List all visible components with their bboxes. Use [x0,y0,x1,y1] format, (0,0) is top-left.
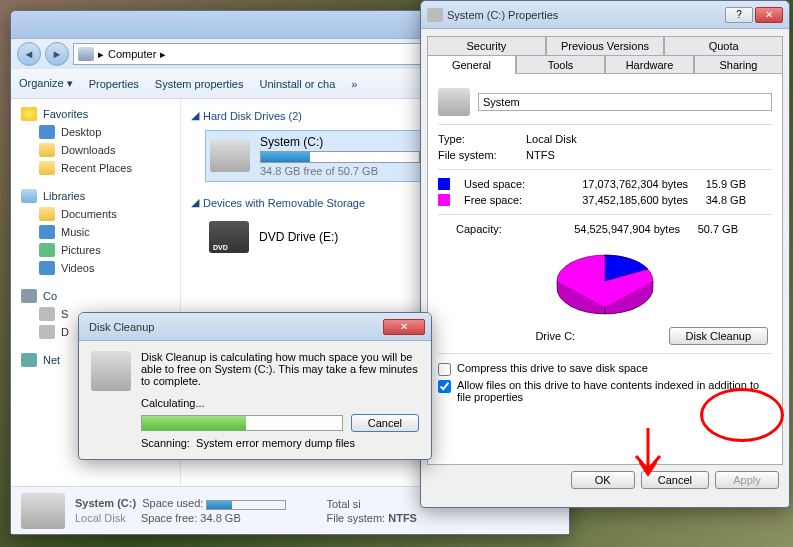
free-gb: 34.8 GB [696,194,746,206]
tab-security[interactable]: Security [427,36,546,55]
status-used-label: Space used: [142,497,203,509]
properties-titlebar[interactable]: System (C:) Properties ? ✕ [421,1,789,29]
desktop-icon [39,125,55,139]
sidebar-libraries-header[interactable]: Libraries [11,187,180,205]
close-button[interactable]: ✕ [383,319,425,335]
drive-icon [210,140,250,172]
fs-value: NTFS [526,149,555,161]
capacity-gb: 50.7 GB [688,223,738,235]
sidebar-item-videos[interactable]: Videos [11,259,180,277]
computer-icon [78,47,94,61]
properties-title: System (C:) Properties [443,9,725,21]
disk-cleanup-dialog: Disk Cleanup ✕ Disk Cleanup is calculati… [78,312,432,460]
compress-label: Compress this drive to save disk space [457,362,648,374]
tab-strip: Security Previous Versions Quota General… [421,29,789,73]
drive-name: System (C:) [260,135,420,149]
properties-button[interactable]: Properties [89,78,139,90]
status-free-value: 34.8 GB [200,512,240,524]
sidebar-item-music[interactable]: Music [11,223,180,241]
compress-checkbox[interactable] [438,363,451,376]
scanning-label: Scanning: [141,437,190,449]
cancel-button[interactable]: Cancel [351,414,419,432]
free-bytes: 37,452,185,600 bytes [548,194,688,206]
tab-hardware[interactable]: Hardware [605,55,694,74]
drive-name: DVD Drive (E:) [259,230,338,244]
capacity-label: Capacity: [438,223,532,235]
cleanup-titlebar[interactable]: Disk Cleanup ✕ [79,313,431,341]
picture-icon [39,243,55,257]
drive-icon [427,8,443,22]
tab-previous-versions[interactable]: Previous Versions [546,36,665,55]
drive-icon [39,307,55,321]
ok-button[interactable]: OK [571,471,635,489]
sidebar-item-recent[interactable]: Recent Places [11,159,180,177]
status-fs-label: File system: [326,512,385,524]
used-color-swatch [438,178,450,190]
drive-free-text: 34.8 GB free of 50.7 GB [260,165,420,177]
back-button[interactable]: ◄ [17,42,41,66]
status-fs-value: NTFS [388,512,417,524]
sidebar-item-desktop[interactable]: Desktop [11,123,180,141]
sidebar-item-pictures[interactable]: Pictures [11,241,180,259]
tab-content-general: Type:Local Disk File system:NTFS Used sp… [427,73,783,465]
uninstall-button[interactable]: Uninstall or cha [260,78,336,90]
capacity-bytes: 54,525,947,904 bytes [540,223,680,235]
organize-menu[interactable]: Organize ▾ [19,77,73,90]
progress-bar [141,415,343,431]
collapse-icon: ◢ [191,109,199,122]
network-icon [21,353,37,367]
apply-button[interactable]: Apply [715,471,779,489]
fs-label: File system: [438,149,518,161]
computer-icon [21,289,37,303]
cleanup-title: Disk Cleanup [85,321,383,333]
tab-tools[interactable]: Tools [516,55,605,74]
drive-usage-bar [260,151,420,163]
cleanup-message: Disk Cleanup is calculating how much spa… [141,351,419,387]
toolbar-overflow[interactable]: » [351,78,357,90]
cancel-button[interactable]: Cancel [641,471,709,489]
volume-name-input[interactable] [478,93,772,111]
sidebar-computer-header[interactable]: Co [11,287,180,305]
star-icon [21,107,37,121]
properties-dialog: System (C:) Properties ? ✕ Security Prev… [420,0,790,508]
help-button[interactable]: ? [725,7,753,23]
used-gb: 15.9 GB [696,178,746,190]
status-total-label: Total si [326,498,416,510]
sidebar-item-documents[interactable]: Documents [11,205,180,223]
status-drive-name: System (C:) [75,497,136,509]
scanning-value: System error memory dump files [196,437,355,449]
forward-button[interactable]: ► [45,42,69,66]
collapse-icon: ◢ [191,196,199,209]
breadcrumb-arrow: ▸ [98,48,104,61]
index-label: Allow files on this drive to have conten… [457,379,772,403]
tab-sharing[interactable]: Sharing [694,55,783,74]
index-checkbox[interactable] [438,380,451,393]
video-icon [39,261,55,275]
status-free-label: Space free: [141,512,197,524]
drive-icon [21,493,65,529]
disk-cleanup-button[interactable]: Disk Cleanup [669,327,768,345]
music-icon [39,225,55,239]
tab-quota[interactable]: Quota [664,36,783,55]
drive-icon [39,325,55,339]
dvd-icon: DVD [209,221,249,253]
status-type: Local Disk [75,512,126,524]
calculating-label: Calculating... [141,397,419,409]
usage-pie-chart [550,243,660,323]
free-color-swatch [438,194,450,206]
status-used-bar [206,500,286,510]
close-button[interactable]: ✕ [755,7,783,23]
used-bytes: 17,073,762,304 bytes [548,178,688,190]
used-label: Used space: [464,178,540,190]
system-properties-button[interactable]: System properties [155,78,244,90]
sidebar-favorites-header[interactable]: Favorites [11,105,180,123]
sidebar-item-downloads[interactable]: Downloads [11,141,180,159]
cleanup-icon [91,351,131,391]
drive-label: Drive C: [535,330,575,342]
folder-icon [39,161,55,175]
library-icon [21,189,37,203]
tab-general[interactable]: General [427,55,516,74]
free-label: Free space: [464,194,540,206]
breadcrumb-computer[interactable]: Computer [108,48,156,60]
folder-icon [39,143,55,157]
